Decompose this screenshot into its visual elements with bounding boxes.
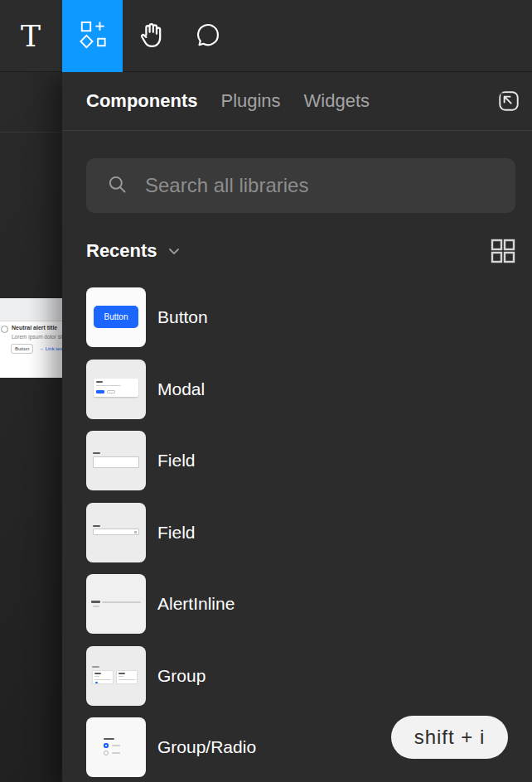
component-label: AlertInline [157,594,235,614]
component-label: Group [157,666,206,686]
info-icon [1,326,8,333]
figma-insert-panel-screen: Neutral alert title Lorem ipsum dolor si… [0,0,532,782]
search-icon [106,173,128,199]
component-label: Field [157,523,196,543]
component-list-item-alertinline[interactable]: AlertInline [86,574,515,634]
grid-icon [491,239,515,263]
component-list-item-modal[interactable]: Modal [86,360,515,419]
tab-widgets[interactable]: Widgets [304,90,370,112]
component-thumbnail-button: Button [86,287,146,347]
component-thumbnail-group [86,646,146,706]
hand-icon [137,20,167,53]
recents-dropdown[interactable]: Recents [86,240,157,262]
component-thumbnail-alertinline [86,574,146,634]
alert-link-text: → Link text [39,346,62,351]
text-tool-button[interactable]: T [7,0,55,72]
mini-button-preview: Button [94,306,138,328]
assets-panel: Components Plugins Widgets Recents [62,72,532,782]
component-list-item-field-select[interactable]: Field [86,503,515,562]
canvas-card-header [0,298,62,321]
canvas-alert-card: Neutral alert title Lorem ipsum dolor si… [0,298,62,378]
components-icon [79,19,107,54]
top-toolbar: T [0,0,532,72]
comment-bubble-icon [194,21,222,52]
canvas-background: Neutral alert title Lorem ipsum dolor si… [0,72,62,782]
shortcut-badge: shift + i [391,716,508,759]
recents-header: Recents [86,238,515,264]
grid-view-toggle[interactable] [491,239,515,263]
component-list-item-button[interactable]: Button Button [86,287,515,347]
component-thumbnail-field-input [86,431,146,490]
mini-modal-preview [94,379,138,397]
component-list: Button Button Modal [86,287,515,782]
hand-tool-button[interactable] [128,0,176,72]
panel-tabs: Components Plugins Widgets [62,72,532,131]
radio-on-icon [104,743,109,748]
component-label: Modal [157,379,205,399]
radio-off-icon [104,751,109,755]
component-list-item-group[interactable]: Group [86,646,515,706]
canvas-frame-edge [0,132,62,133]
component-label: Button [157,307,208,327]
comment-tool-button[interactable] [184,0,232,72]
text-tool-icon: T [21,22,41,51]
search-bar [86,158,515,213]
component-thumbnail-modal [86,360,146,419]
component-thumbnail-group-radio [86,717,146,777]
alert-body-text: Lorem ipsum dolor sit amet consect [12,334,62,340]
search-input[interactable] [145,174,499,197]
tab-plugins[interactable]: Plugins [220,90,280,112]
chevron-down-icon [168,248,180,255]
popout-arrow-icon [496,89,521,113]
canvas-alert-content: Neutral alert title Lorem ipsum dolor si… [0,321,62,378]
alert-title-text: Neutral alert title [12,325,57,331]
assets-tool-button[interactable] [62,0,123,72]
component-thumbnail-field-select [86,503,146,562]
tab-components[interactable]: Components [86,90,197,112]
component-list-item-field-input[interactable]: Field [86,431,515,490]
component-label: Field [157,451,196,471]
popout-panel-button[interactable] [496,89,521,113]
alert-button: Button [11,344,33,354]
component-label: Group/Radio [157,737,256,757]
